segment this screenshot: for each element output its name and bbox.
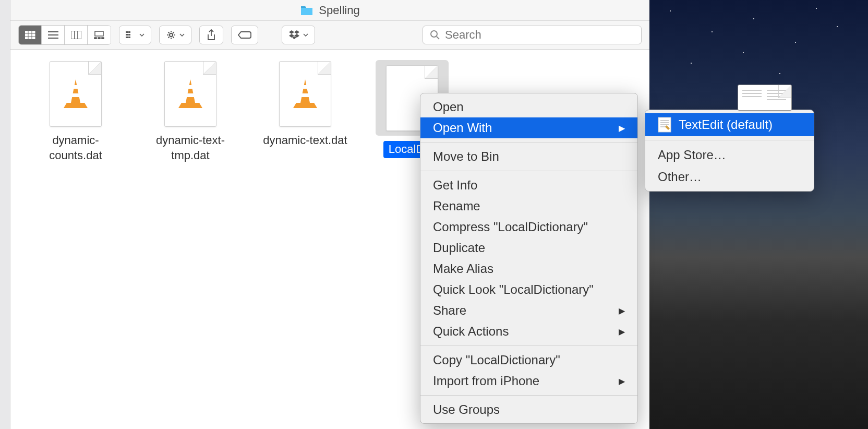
- svg-rect-33: [301, 93, 309, 97]
- submenu-app-store[interactable]: App Store…: [645, 144, 814, 166]
- folder-icon: [300, 5, 314, 16]
- file-item[interactable]: dynamic-text-tmp.dat: [146, 60, 235, 163]
- submenu-arrow-icon: ▶: [619, 306, 625, 316]
- menu-divider: [420, 171, 637, 171]
- chevron-down-icon: [139, 33, 144, 37]
- column-view-button[interactable]: [65, 26, 88, 44]
- menu-divider: [645, 140, 814, 140]
- submenu-arrow-icon: ▶: [619, 123, 625, 133]
- svg-rect-23: [126, 37, 128, 38]
- titlebar[interactable]: Spelling: [10, 0, 649, 21]
- svg-rect-18: [102, 38, 104, 39]
- svg-rect-20: [128, 31, 130, 33]
- menu-open-with[interactable]: Open With ▶: [420, 117, 637, 138]
- svg-rect-6: [25, 37, 28, 39]
- file-icon: [276, 60, 334, 128]
- menu-divider: [420, 142, 637, 142]
- svg-rect-24: [128, 37, 130, 38]
- tags-button[interactable]: [231, 26, 258, 44]
- menu-get-info[interactable]: Get Info: [420, 175, 637, 196]
- svg-line-27: [437, 37, 439, 39]
- svg-rect-30: [187, 85, 194, 89]
- svg-rect-21: [126, 34, 128, 35]
- menu-move-to-bin[interactable]: Move to Bin: [420, 146, 637, 167]
- svg-rect-22: [128, 34, 130, 35]
- arrange-button[interactable]: [119, 26, 151, 44]
- icon-view-button[interactable]: [19, 26, 42, 44]
- menu-import-iphone[interactable]: Import from iPhone ▶: [420, 371, 637, 391]
- svg-rect-29: [71, 93, 80, 97]
- dropbox-button[interactable]: [282, 26, 315, 44]
- svg-point-25: [170, 33, 173, 37]
- menu-rename[interactable]: Rename: [420, 196, 637, 217]
- textedit-icon: [658, 117, 671, 133]
- svg-rect-15: [95, 31, 103, 36]
- file-item[interactable]: dynamic-text.dat: [261, 60, 349, 148]
- svg-rect-4: [29, 34, 31, 36]
- svg-rect-16: [94, 38, 97, 39]
- vlc-cone-icon: [62, 78, 90, 110]
- menu-duplicate[interactable]: Duplicate: [420, 237, 637, 258]
- menu-divider: [420, 395, 637, 396]
- file-label: dynamic-text-tmp.dat: [146, 133, 235, 163]
- menu-make-alias[interactable]: Make Alias: [420, 258, 637, 279]
- svg-rect-8: [32, 37, 35, 39]
- view-mode-group: [18, 25, 111, 45]
- svg-rect-12: [71, 31, 81, 39]
- tag-icon: [238, 30, 251, 40]
- svg-rect-28: [73, 85, 79, 89]
- submenu-textedit[interactable]: TextEdit (default): [645, 113, 814, 136]
- menu-copy[interactable]: Copy "LocalDictionary": [420, 350, 637, 371]
- submenu-arrow-icon: ▶: [619, 376, 625, 386]
- open-with-submenu: TextEdit (default) App Store… Other…: [645, 110, 814, 192]
- gear-icon: [166, 30, 176, 40]
- svg-rect-32: [302, 85, 308, 89]
- svg-rect-5: [32, 34, 35, 36]
- search-input[interactable]: [445, 28, 634, 42]
- vlc-cone-icon: [291, 78, 319, 110]
- file-label: dynamic-counts.dat: [31, 133, 120, 163]
- svg-rect-2: [32, 31, 35, 33]
- svg-rect-17: [98, 38, 100, 39]
- search-icon: [430, 30, 440, 40]
- svg-rect-31: [186, 93, 195, 97]
- submenu-other[interactable]: Other…: [645, 166, 814, 188]
- svg-rect-1: [29, 31, 31, 33]
- menu-compress[interactable]: Compress "LocalDictionary": [420, 217, 637, 237]
- desktop-file[interactable]: [738, 85, 795, 111]
- svg-rect-7: [29, 37, 31, 39]
- toolbar: [10, 21, 649, 50]
- svg-rect-3: [25, 34, 28, 36]
- menu-quick-actions[interactable]: Quick Actions ▶: [420, 321, 637, 342]
- file-icon: [162, 60, 219, 128]
- titlebar-content: Spelling: [300, 4, 359, 17]
- svg-rect-19: [126, 31, 128, 33]
- vlc-cone-icon: [176, 78, 204, 110]
- menu-quick-look[interactable]: Quick Look "LocalDictionary": [420, 279, 637, 300]
- menu-open[interactable]: Open: [420, 97, 637, 117]
- file-label: dynamic-text.dat: [263, 133, 347, 148]
- svg-rect-0: [25, 31, 28, 33]
- window-title: Spelling: [319, 4, 359, 17]
- context-menu: Open Open With ▶ Move to Bin Get Info Re…: [420, 93, 638, 424]
- sidebar-sliver: [0, 0, 10, 429]
- dropbox-icon: [288, 30, 300, 40]
- menu-share[interactable]: Share ▶: [420, 300, 637, 321]
- file-item[interactable]: dynamic-counts.dat: [31, 60, 120, 163]
- share-button[interactable]: [199, 26, 223, 44]
- share-icon: [207, 29, 216, 41]
- action-button[interactable]: [159, 26, 191, 44]
- submenu-arrow-icon: ▶: [619, 327, 625, 337]
- file-icon: [47, 60, 104, 128]
- list-view-button[interactable]: [42, 26, 65, 44]
- search-box[interactable]: [423, 26, 642, 44]
- gallery-view-button[interactable]: [88, 26, 111, 44]
- menu-divider: [420, 345, 637, 346]
- svg-point-26: [431, 31, 437, 37]
- menu-use-groups[interactable]: Use Groups: [420, 399, 637, 420]
